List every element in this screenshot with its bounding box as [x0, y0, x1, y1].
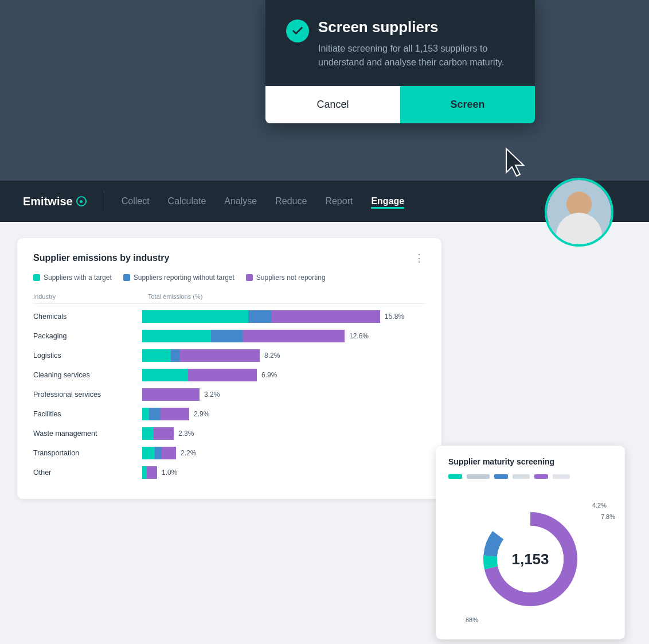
table-row: Facilities 2.9% [33, 407, 425, 421]
legend-item-not-reporting: Suppliers not reporting [246, 274, 326, 282]
main-content: Supplier emissions by industry ⋮ Supplie… [0, 222, 649, 644]
ml-color-gray3 [553, 474, 570, 479]
bar-container: 2.2% [142, 447, 425, 459]
legend-label-reporting: Suppliers reporting without target [134, 274, 234, 282]
ml-color-blue [494, 474, 508, 479]
ml-color-teal [448, 474, 462, 479]
emissions-card: Supplier emissions by industry ⋮ Supplie… [17, 238, 441, 499]
bar-container: 3.2% [142, 388, 425, 401]
bar-blue [155, 447, 162, 459]
table-row: Logistics 8.2% [33, 349, 425, 362]
nav-item-report[interactable]: Report [325, 194, 353, 209]
bar-purple [142, 388, 200, 401]
chart-legend: Suppliers with a target Suppliers report… [33, 274, 425, 282]
row-label: Other [33, 469, 142, 477]
nav-item-calculate[interactable]: Calculate [168, 194, 206, 209]
bar-container: 2.3% [142, 427, 425, 440]
legend-label-not-reporting: Suppliers not reporting [256, 274, 326, 282]
bar-teal [142, 330, 211, 342]
row-label: Packaging [33, 332, 142, 340]
bar-purple [243, 330, 345, 342]
table-row: Packaging 12.6% [33, 329, 425, 343]
nav-item-engage[interactable]: Engage [371, 194, 404, 209]
nav-item-reduce[interactable]: Reduce [275, 194, 307, 209]
bar-value: 8.2% [264, 352, 280, 360]
row-label: Waste management [33, 430, 142, 438]
bar-blue [149, 408, 161, 420]
bar-purple [271, 310, 380, 323]
bar-container: 2.9% [142, 408, 425, 420]
bar-container: 12.6% [142, 330, 425, 342]
cancel-button[interactable]: Cancel [265, 86, 400, 123]
bar-value: 2.3% [178, 430, 194, 438]
bar-teal [142, 466, 147, 479]
check-icon [286, 19, 309, 42]
table-row: Cleaning services 6.9% [33, 368, 425, 382]
bar-teal [142, 408, 149, 420]
bar-value: 2.9% [194, 410, 209, 418]
bar-value: 6.9% [261, 371, 277, 379]
bar-blue [211, 330, 243, 342]
emissions-chart: Industry Total emissions (%) Chemicals 1… [33, 293, 425, 479]
card-menu-icon[interactable]: ⋮ [414, 252, 425, 264]
row-label: Logistics [33, 352, 142, 360]
ml-color-purple [534, 474, 548, 479]
donut-label-78: 7.8% [601, 513, 615, 520]
legend-item-reporting: Suppliers reporting without target [123, 274, 234, 282]
legend-item-target: Suppliers with a target [33, 274, 112, 282]
maturity-legend-item-purple [534, 474, 548, 479]
donut-label-88: 88% [466, 616, 478, 623]
bar-purple [161, 408, 189, 420]
maturity-legend-item-gray3 [553, 474, 570, 479]
row-label: Cleaning services [33, 371, 142, 379]
table-row: Professional services 3.2% [33, 388, 425, 401]
row-label: Chemicals [33, 313, 142, 321]
maturity-legend-item-blue [494, 474, 508, 479]
row-label: Transportation [33, 449, 142, 457]
screen-button[interactable]: Screen [400, 86, 535, 123]
legend-color-teal [33, 274, 40, 281]
navbar-divider [104, 191, 104, 212]
bar-value: 3.2% [204, 391, 220, 399]
legend-color-blue [123, 274, 130, 281]
col-industry-header: Industry [33, 293, 142, 300]
nav-item-analyse[interactable]: Analyse [224, 194, 257, 209]
bar-purple [188, 369, 257, 381]
bar-value: 1.0% [162, 469, 177, 477]
maturity-title: Supplier maturity screening [448, 457, 612, 466]
bar-purple [179, 349, 260, 362]
maturity-card: Supplier maturity screening [436, 446, 625, 639]
card-title: Supplier emissions by industry [33, 253, 169, 263]
bar-purple [154, 427, 174, 440]
table-row: Other 1.0% [33, 466, 425, 479]
logo: Emitwise [23, 195, 87, 208]
table-row: Waste management 2.3% [33, 427, 425, 440]
table-row: Chemicals 15.8% [33, 310, 425, 323]
maturity-legend [448, 474, 612, 479]
donut-chart: 1,153 88% 4.2% 7.8% [448, 490, 612, 628]
ml-color-gray2 [513, 474, 530, 479]
bar-value: 12.6% [349, 332, 369, 340]
row-label: Professional services [33, 391, 142, 399]
bar-value: 2.2% [181, 449, 196, 457]
bar-value: 15.8% [385, 313, 404, 321]
logo-dot-icon [80, 200, 83, 203]
bar-teal [142, 447, 155, 459]
donut-label-42: 4.2% [592, 502, 607, 509]
row-label: Facilities [33, 410, 142, 418]
modal-title: Screen suppliers [318, 18, 514, 36]
legend-color-purple [246, 274, 253, 281]
legend-label-target: Suppliers with a target [44, 274, 112, 282]
maturity-legend-item-teal [448, 474, 462, 479]
col-emissions-header: Total emissions (%) [142, 293, 425, 300]
bar-container: 1.0% [142, 466, 425, 479]
screen-suppliers-modal: Screen suppliers Initiate screening for … [265, 0, 535, 123]
logo-text: Emitwise [23, 195, 73, 208]
ml-color-gray1 [467, 474, 490, 479]
donut-number: 1,153 [511, 551, 549, 568]
bar-container: 15.8% [142, 310, 425, 323]
logo-circle-icon [76, 196, 87, 206]
bar-teal [142, 427, 154, 440]
nav-item-collect[interactable]: Collect [122, 194, 150, 209]
maturity-legend-item-gray1 [467, 474, 490, 479]
